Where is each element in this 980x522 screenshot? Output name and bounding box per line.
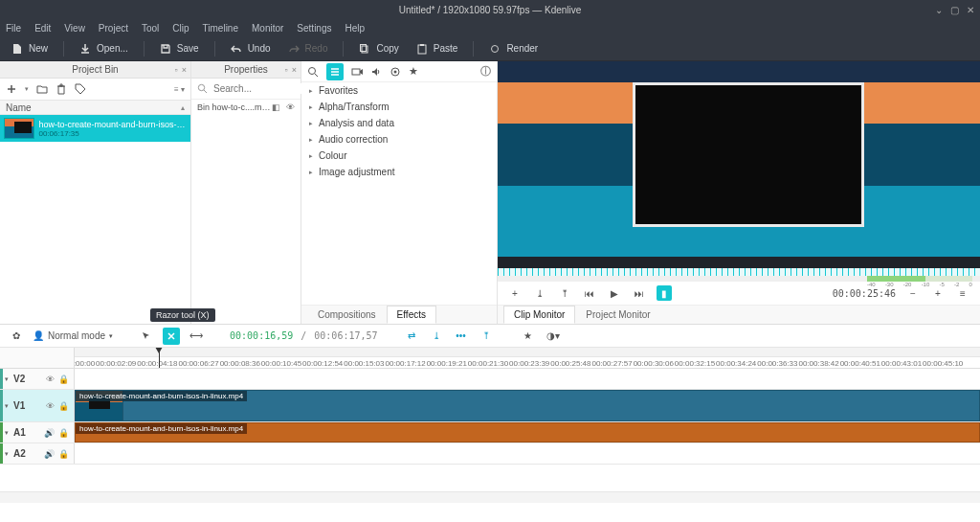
track-header-a2[interactable]: ▾A2🔊🔒 [0,443,75,464]
open-button[interactable]: Open... [74,43,134,55]
tc-plus-button[interactable]: + [930,285,946,301]
search-icon[interactable] [307,66,319,78]
redo-button[interactable]: Redo [282,43,334,55]
effect-category[interactable]: ▸Analysis and data [301,115,497,131]
tab-project-monitor[interactable]: Project Monitor [575,306,660,324]
monitor-zone[interactable]: -40 -30 -20 -10 -5 -2 0 [498,276,980,282]
info-icon[interactable]: ⓘ [480,64,491,79]
rewind-button[interactable]: ⏮ [582,285,597,301]
track-header-a1[interactable]: ▾A1🔊🔒 [0,422,75,443]
save-button[interactable]: Save [154,43,205,55]
minimize-icon[interactable]: ⌄ [935,5,943,15]
zone-end-button[interactable]: ⤒ [557,285,572,301]
menu-project[interactable]: Project [99,23,128,34]
track-header-v1[interactable]: ▾V1👁🔒 [0,390,75,421]
list-view-icon[interactable] [326,63,344,80]
monitor-ruler[interactable] [498,268,980,276]
effect-category[interactable]: ▸Audio correction [301,131,497,148]
tab-compositions[interactable]: Compositions [307,306,387,324]
tc-minus-button[interactable]: − [905,285,921,301]
new-button[interactable]: New [6,43,54,55]
add-clip-button[interactable] [6,83,17,95]
delete-clip-button[interactable] [56,83,67,95]
timeline-scrollbar[interactable] [0,491,980,503]
zone-in-button[interactable]: ⤓ [428,328,445,345]
bin-name-header[interactable]: Name▴ [0,100,190,115]
timeline-ruler[interactable]: 00:00:00:0000:00:02:0900:00:04:1800:00:0… [75,348,980,368]
monitor-viewport[interactable] [498,61,980,268]
ruler-mark: 00:00:32:15 [675,359,715,368]
video-effects-icon[interactable] [351,66,363,78]
undock-icon[interactable]: ▫ [285,65,288,75]
tab-clip-monitor[interactable]: Clip Monitor [503,306,575,324]
insert-button[interactable]: ••• [453,328,470,345]
monitor-overlay-button[interactable]: ▮ [657,285,672,301]
mute-icon[interactable]: 👁 [46,374,55,384]
maximize-icon[interactable]: ▢ [950,5,959,15]
lock-icon[interactable]: 🔒 [58,449,69,459]
tag-button[interactable] [75,83,86,95]
favorite-button[interactable]: ★ [520,328,537,345]
mute-icon[interactable]: 🔊 [44,449,55,459]
undock-icon[interactable]: ▫ [175,65,178,75]
audio-effects-icon[interactable] [370,66,382,78]
effect-category[interactable]: ▸Image adjustment [301,164,497,180]
mix-button[interactable]: ⇄ [403,328,420,345]
spacer-tool-button[interactable]: ⟷ [188,328,205,345]
zone-start-button[interactable]: ⤓ [532,285,547,301]
bin-title: Project Bin [72,64,118,75]
paste-button[interactable]: Paste [411,43,464,55]
clip-name: how-to-create-mount-and-burn-isos-in-lin… [38,120,187,129]
menu-view[interactable]: View [64,23,85,34]
properties-title: Properties [224,64,268,75]
effect-category[interactable]: ▸Favorites [301,82,497,99]
menu-timeline[interactable]: Timeline [203,23,238,34]
timeline-timecode-current[interactable]: 00:00:16,59 [230,330,293,341]
selection-tool-button[interactable] [138,328,155,345]
mute-icon[interactable]: 👁 [46,401,55,411]
properties-panel: Properties▫× Bin how-to-c....mp4 effects… [191,61,301,324]
lock-icon[interactable]: 🔒 [58,401,69,411]
play-button[interactable]: ▶ [607,285,622,301]
add-marker-button[interactable]: + [507,285,523,301]
mute-icon: 🔊 [44,428,55,438]
add-folder-button[interactable] [36,83,48,95]
menu-settings[interactable]: Settings [297,23,331,34]
monitor-menu-button[interactable]: ≡ [955,285,970,301]
lock-icon[interactable]: 🔒 [58,428,69,438]
visibility-icon[interactable]: 👁 [286,102,295,112]
bin-clip-item[interactable]: how-to-create-mount-and-burn-isos-in-lin… [0,115,190,142]
tab-effects[interactable]: Effects [387,306,436,324]
split-view-icon[interactable]: ◧ [272,102,280,112]
effect-category[interactable]: ▸Colour [301,148,497,164]
monitor-timecode[interactable]: 00:00:25:46 [833,288,896,299]
overwrite-button[interactable]: ⤒ [478,328,495,345]
effect-category[interactable]: ▸Alpha/Transform [301,99,497,115]
close-panel-icon[interactable]: × [292,65,297,75]
timeline-clip-audio[interactable]: how-to-create-mount-and-burn-isos-in-lin… [75,422,980,443]
menu-file[interactable]: File [6,23,21,34]
view-mode-button[interactable]: ≡ ▾ [174,85,185,94]
preview-render-button[interactable]: ◑▾ [545,328,562,345]
menu-tool[interactable]: Tool [142,23,159,34]
menu-clip[interactable]: Clip [172,23,189,34]
close-icon[interactable]: ✕ [967,5,974,15]
track-header-v2[interactable]: ▾V2👁🔒 [0,369,75,389]
favorite-effects-icon[interactable]: ★ [409,65,418,78]
menu-monitor[interactable]: Monitor [252,23,283,34]
forward-button[interactable]: ⏭ [632,285,647,301]
undo-button[interactable]: Undo [225,43,277,55]
copy-button[interactable]: Copy [353,43,404,55]
menu-help[interactable]: Help [345,23,366,34]
menu-edit[interactable]: Edit [34,23,51,34]
close-panel-icon[interactable]: × [182,65,187,75]
timeline-clip-video[interactable]: how-to-create-mount-and-burn-isos-in-lin… [75,390,980,421]
edit-mode-select[interactable]: 👤Normal mode▾ [33,330,113,341]
lock-icon[interactable]: 🔒 [58,374,69,384]
settings-icon[interactable]: ✿ [8,328,25,345]
custom-effects-icon[interactable] [390,66,401,78]
razor-tool-button[interactable] [163,328,180,345]
render-button[interactable]: Render [483,43,544,55]
ruler-mark: 00:00:43:01 [881,359,922,368]
playhead[interactable] [159,348,160,368]
